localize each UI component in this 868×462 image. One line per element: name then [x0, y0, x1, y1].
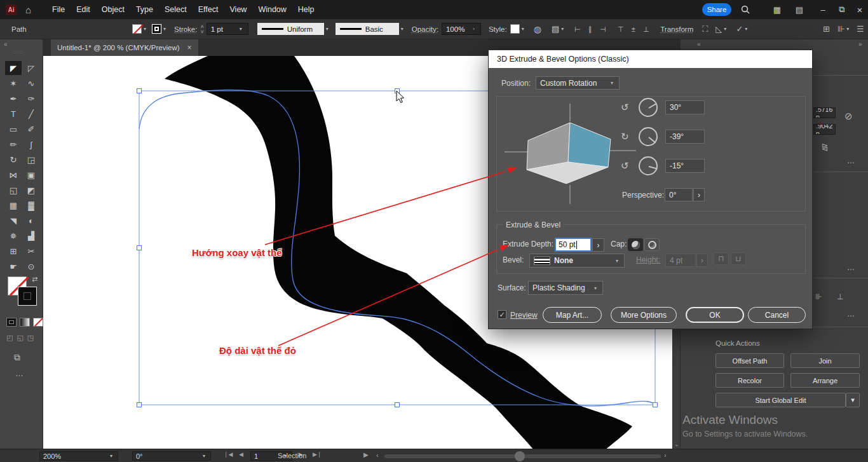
tool-gradient[interactable]: ▓: [23, 198, 39, 212]
tool-symbol-sprayer[interactable]: ✵: [5, 229, 22, 243]
cancel-button[interactable]: Cancel: [748, 307, 806, 323]
rotation-dropdown[interactable]: 0°▾: [132, 451, 211, 461]
tool-width[interactable]: ⋈: [5, 168, 22, 182]
width-field[interactable]: .5716 p: [813, 107, 836, 118]
tool-blend[interactable]: ◐: [23, 214, 39, 228]
bevel-dropdown[interactable]: None ▾: [529, 254, 625, 268]
panel-menu-icon[interactable]: ☰: [857, 24, 864, 34]
screen-mode-icon[interactable]: ▤: [791, 0, 808, 19]
toolbar-more-icon[interactable]: …: [15, 369, 24, 378]
dock-collapse-icon[interactable]: «: [697, 41, 701, 48]
tool-direct-selection[interactable]: ◸: [23, 61, 39, 75]
stroke-weight-dropdown[interactable]: 1 pt▾: [207, 23, 248, 35]
extrude-depth-input[interactable]: 50 pt: [555, 238, 592, 252]
rotation-value-field[interactable]: 30°: [665, 100, 705, 114]
tool-hand[interactable]: ☛: [5, 259, 22, 273]
prev-artboard-icon[interactable]: ◀: [239, 451, 243, 458]
recolor-button[interactable]: Recolor: [715, 373, 784, 388]
draw-behind-icon[interactable]: ◱: [17, 334, 23, 342]
transform-link[interactable]: Transform: [660, 25, 693, 33]
rotation-dial[interactable]: [639, 98, 658, 117]
share-button[interactable]: Share: [702, 3, 731, 16]
dock-expand-icon[interactable]: »: [858, 41, 862, 48]
position-dropdown[interactable]: Custom Rotation▾: [536, 76, 620, 90]
menu-item[interactable]: Help: [292, 0, 320, 19]
menu-item[interactable]: Type: [130, 0, 159, 19]
document-setup-icon[interactable]: ▤▾: [552, 24, 566, 34]
preview-checkbox[interactable]: ✓: [498, 310, 506, 319]
global-edit-options-icon[interactable]: ▾: [846, 393, 860, 407]
menu-item[interactable]: File: [46, 0, 71, 19]
change-screen-mode-icon[interactable]: ⧉: [14, 352, 20, 363]
tool-selection[interactable]: ◤: [5, 61, 22, 75]
ok-button[interactable]: OK: [686, 307, 744, 323]
menu-item[interactable]: Object: [96, 0, 130, 19]
align-middle-icon[interactable]: ±: [628, 24, 639, 34]
opacity-label[interactable]: Opacity:: [412, 25, 438, 33]
scroll-down-icon[interactable]: ⌄: [674, 441, 679, 447]
tool-type[interactable]: T: [5, 107, 22, 121]
stroke-color-swatch[interactable]: [18, 287, 37, 306]
stroke-swatch[interactable]: ▾: [152, 24, 168, 34]
hscroll-left-icon[interactable]: ‹: [376, 451, 379, 459]
extrude-depth-chevron-icon[interactable]: ›: [592, 238, 604, 252]
arrange-button[interactable]: Arrange: [790, 373, 860, 388]
align-more-icon[interactable]: …: [847, 309, 855, 318]
style-swatch[interactable]: ▾: [510, 24, 526, 34]
menu-item[interactable]: Edit: [71, 0, 96, 19]
tool-eyedropper[interactable]: ◥: [5, 214, 22, 228]
align-right-icon[interactable]: ⊣: [597, 24, 608, 34]
align-bottom-icon[interactable]: ⊥: [641, 24, 651, 34]
play-icon[interactable]: ▶: [363, 451, 369, 458]
tool-artboard[interactable]: ⊞: [5, 244, 22, 258]
hscroll-right-icon[interactable]: ›: [664, 451, 667, 459]
tool-shape-builder[interactable]: ◱: [5, 183, 22, 197]
draw-inside-icon[interactable]: ◳: [27, 334, 34, 342]
document-tab[interactable]: Untitled-1* @ 200 % (CMYK/Preview) ×: [51, 39, 198, 56]
stroke-label[interactable]: Stroke:: [174, 25, 197, 33]
tool-zoom[interactable]: ⊙: [23, 259, 39, 273]
join-button[interactable]: Join: [790, 353, 860, 368]
workspace-icon[interactable]: ⊞: [823, 24, 830, 34]
tool-scale[interactable]: ◲: [23, 153, 39, 166]
tool-magic-wand[interactable]: ✶: [5, 76, 22, 90]
align-top-icon[interactable]: ⊤: [615, 24, 626, 34]
tool-free-transform[interactable]: ▣: [23, 168, 39, 182]
tool-shaper[interactable]: ʃ: [23, 137, 39, 151]
select-similar-icon[interactable]: ◺▾: [715, 24, 728, 34]
opacity-field[interactable]: 100%›: [442, 23, 481, 35]
collapse-tools-icon[interactable]: «: [4, 41, 8, 48]
constrain-proportions-icon[interactable]: ⊘: [844, 111, 853, 122]
horizontal-scrollbar[interactable]: [384, 454, 661, 458]
rotation-dial[interactable]: [639, 156, 658, 175]
tab-close-icon[interactable]: ×: [187, 43, 192, 52]
hscroll-thumb[interactable]: [515, 451, 525, 461]
tool-slice[interactable]: ✂: [23, 244, 39, 258]
restore-button[interactable]: ⧉: [832, 0, 851, 19]
rotation-dial[interactable]: [639, 127, 658, 146]
menu-item[interactable]: Select: [159, 0, 193, 19]
isolate-icon[interactable]: ⛶: [702, 24, 708, 34]
tool-pencil[interactable]: ✏: [5, 137, 22, 151]
height-field[interactable]: .9042 p: [813, 124, 836, 135]
minimize-button[interactable]: –: [813, 0, 832, 19]
arrange-documents-icon[interactable]: ▦: [769, 0, 785, 19]
start-global-edit-button[interactable]: Start Global Edit: [715, 393, 846, 407]
first-artboard-icon[interactable]: ❘◀: [224, 451, 233, 458]
color-button[interactable]: [6, 318, 17, 327]
rotation-value-field[interactable]: -15°: [665, 159, 705, 173]
tool-perspective-grid[interactable]: ◩: [23, 183, 39, 197]
tool-line-segment[interactable]: ╱: [23, 107, 39, 121]
last-artboard-icon[interactable]: ▶❘: [313, 451, 322, 458]
perspective-field[interactable]: 0°: [665, 188, 693, 201]
align-left-icon[interactable]: ⊢: [572, 24, 583, 34]
menu-item[interactable]: View: [224, 0, 253, 19]
dialog-title[interactable]: 3D Extrude & Bevel Options (Classic): [489, 50, 812, 68]
tool-mesh[interactable]: ▦: [5, 198, 22, 212]
dock-panels-icon[interactable]: ⊪▾: [837, 24, 851, 34]
recolor-artwork-icon[interactable]: ◍: [534, 24, 541, 34]
rotation-cube-preview[interactable]: [501, 101, 641, 207]
search-icon[interactable]: [737, 0, 754, 19]
fill-stroke-control[interactable]: ⇄: [0, 276, 43, 308]
tool-curvature[interactable]: ✑: [23, 92, 39, 105]
